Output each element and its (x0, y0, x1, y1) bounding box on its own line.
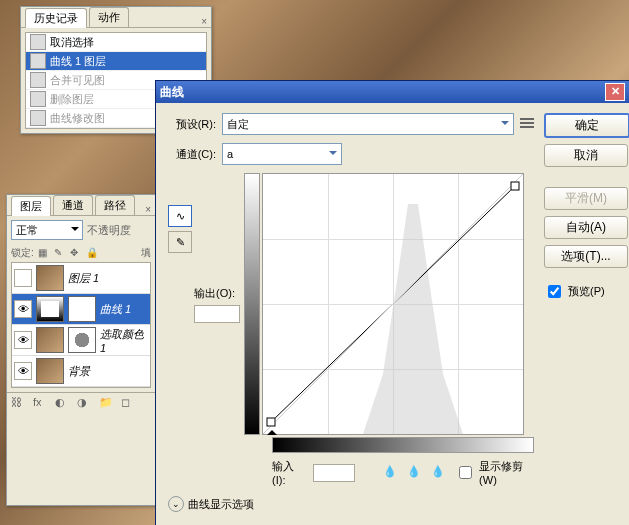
layer-thumb (36, 327, 64, 353)
adjust-icon[interactable]: ◑ (77, 396, 91, 410)
mask-icon[interactable]: ◐ (55, 396, 69, 410)
lock-all-icon[interactable]: 🔒 (86, 247, 98, 259)
layers-body: 正常 不透明度 锁定: ▦ ✎ ✥ 🔒 填 图层 1 👁 曲线 1 (7, 216, 155, 392)
layer-thumb (36, 265, 64, 291)
history-item-label: 删除图层 (50, 92, 94, 107)
tab-actions[interactable]: 动作 (89, 7, 129, 27)
layers-tabbar: 图层 通道 路径 × (7, 195, 155, 216)
preset-label: 预设(R): (168, 117, 216, 132)
visibility-toggle[interactable] (14, 269, 32, 287)
options-button[interactable]: 选项(T)... (544, 245, 628, 268)
preview-input[interactable] (548, 285, 561, 298)
output-gradient (244, 173, 260, 435)
curve-display-options-toggle[interactable]: ⌄ 曲线显示选项 (168, 496, 534, 512)
preset-combo[interactable]: 自定 (222, 113, 514, 135)
history-step-icon (30, 34, 46, 50)
channel-label: 通道(C): (168, 147, 216, 162)
show-clipping-input[interactable] (459, 466, 472, 479)
tab-layers[interactable]: 图层 (11, 196, 51, 216)
history-item[interactable]: 取消选择 (26, 33, 206, 52)
visibility-toggle[interactable]: 👁 (14, 331, 32, 349)
smooth-button: 平滑(M) (544, 187, 628, 210)
channel-combo[interactable]: a (222, 143, 342, 165)
show-clipping-label: 显示修剪(W) (479, 459, 534, 486)
curves-dialog: 曲线 ✕ 预设(R): 自定 通道(C): a ∿ ✎ (155, 80, 629, 525)
dialog-title: 曲线 (160, 84, 184, 101)
new-layer-icon[interactable]: ◻ (121, 396, 135, 410)
history-item-label: 取消选择 (50, 35, 94, 50)
lock-move-icon[interactable]: ✥ (70, 247, 82, 259)
expand-icon: ⌄ (168, 496, 184, 512)
preset-value: 自定 (227, 117, 249, 132)
svg-line-2 (263, 174, 523, 434)
auto-button[interactable]: 自动(A) (544, 216, 628, 239)
visibility-toggle[interactable]: 👁 (14, 362, 32, 380)
layer-name: 图层 1 (68, 271, 99, 286)
cancel-button[interactable]: 取消 (544, 144, 628, 167)
layer-item[interactable]: 图层 1 (12, 263, 150, 294)
curve-graph[interactable] (262, 173, 524, 435)
mask-thumb (68, 296, 96, 322)
output-label: 输出(O): (194, 286, 240, 301)
lock-label: 锁定: (11, 246, 34, 260)
close-button[interactable]: ✕ (605, 83, 625, 101)
lock-pixels-icon[interactable]: ▦ (38, 247, 50, 259)
preview-label: 预览(P) (568, 284, 605, 299)
ok-button[interactable]: 确定 (544, 113, 629, 138)
layer-item[interactable]: 👁 选取颜色 1 (12, 325, 150, 356)
layer-name: 背景 (68, 364, 90, 379)
history-tabbar: 历史记录 动作 × (21, 7, 211, 28)
history-step-icon (30, 72, 46, 88)
input-label: 输入(I): (272, 459, 305, 486)
blend-mode-combo[interactable]: 正常 (11, 220, 83, 240)
preview-checkbox[interactable]: 预览(P) (544, 282, 629, 301)
history-step-icon (30, 53, 46, 69)
tab-channels[interactable]: 通道 (53, 195, 93, 215)
tab-paths[interactable]: 路径 (95, 195, 135, 215)
link-icon[interactable]: ⛓ (11, 396, 25, 410)
layers-panel: 图层 通道 路径 × 正常 不透明度 锁定: ▦ ✎ ✥ 🔒 填 图层 1 👁 (6, 194, 156, 506)
preset-menu-icon[interactable] (520, 118, 534, 130)
white-eyedropper-icon[interactable]: 💧 (431, 465, 447, 481)
dialog-titlebar[interactable]: 曲线 ✕ (156, 81, 629, 103)
history-step-icon (30, 91, 46, 107)
show-clipping-checkbox[interactable]: 显示修剪(W) (455, 459, 534, 486)
opacity-label: 不透明度 (87, 223, 131, 238)
curve-point-tool[interactable]: ∿ (168, 205, 192, 227)
curves-adj-icon (36, 296, 64, 322)
history-item[interactable]: 曲线 1 图层 (26, 52, 206, 71)
tab-history[interactable]: 历史记录 (25, 8, 87, 28)
folder-icon[interactable]: 📁 (99, 396, 113, 410)
input-gradient (272, 437, 534, 453)
selcolor-adj-icon (68, 327, 96, 353)
curve-pencil-tool[interactable]: ✎ (168, 231, 192, 253)
fill-label: 填 (141, 246, 151, 260)
blend-mode-value: 正常 (16, 223, 38, 238)
history-step-icon (30, 110, 46, 126)
layers-footer: ⛓ fx ◐ ◑ 📁 ◻ (7, 392, 155, 413)
expand-label: 曲线显示选项 (188, 497, 254, 512)
channel-value: a (227, 148, 233, 160)
lock-brush-icon[interactable]: ✎ (54, 247, 66, 259)
input-field[interactable] (313, 464, 355, 482)
output-field[interactable] (194, 305, 240, 323)
layer-item[interactable]: 👁 曲线 1 (12, 294, 150, 325)
history-item-label: 曲线 1 图层 (50, 54, 106, 69)
gray-eyedropper-icon[interactable]: 💧 (407, 465, 423, 481)
layer-item[interactable]: 👁 背景 (12, 356, 150, 387)
history-item-label: 合并可见图 (50, 73, 105, 88)
layers-close-icon[interactable]: × (145, 204, 151, 215)
layer-thumb (36, 358, 64, 384)
black-slider[interactable] (267, 425, 277, 435)
curve-line (263, 174, 523, 434)
fx-icon[interactable]: fx (33, 396, 47, 410)
black-eyedropper-icon[interactable]: 💧 (383, 465, 399, 481)
layer-name: 选取颜色 1 (100, 327, 148, 354)
layer-list: 图层 1 👁 曲线 1 👁 选取颜色 1 👁 背景 (11, 262, 151, 388)
layer-name: 曲线 1 (100, 302, 131, 317)
visibility-toggle[interactable]: 👁 (14, 300, 32, 318)
history-close-icon[interactable]: × (201, 16, 207, 27)
history-item-label: 曲线修改图 (50, 111, 105, 126)
curve-point[interactable] (511, 182, 520, 191)
lock-row: 锁定: ▦ ✎ ✥ 🔒 填 (11, 244, 151, 262)
